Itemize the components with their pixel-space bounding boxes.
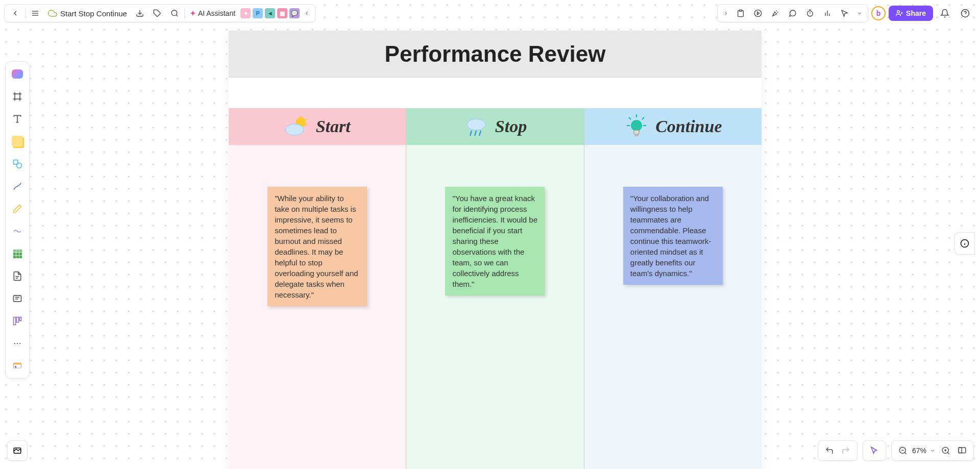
app-chip-2[interactable]: P <box>253 8 263 18</box>
text-tool[interactable] <box>9 111 26 127</box>
app-chip-5[interactable]: 💬 <box>289 8 300 18</box>
sticky-note-continue[interactable]: "Your collaboration and willingness to h… <box>623 187 723 285</box>
zoom-group: 67% <box>891 440 974 461</box>
menu-button[interactable] <box>27 6 44 21</box>
board-frame[interactable]: Performance Review Start "While your abi… <box>229 31 762 469</box>
card-tool[interactable] <box>9 290 26 307</box>
cursor-tool-button[interactable] <box>836 6 853 21</box>
column-continue-body[interactable]: "Your collaboration and willingness to h… <box>584 145 762 469</box>
frame-tool[interactable] <box>9 88 26 105</box>
undo-button[interactable] <box>821 442 838 459</box>
share-button[interactable]: Share <box>889 6 933 21</box>
chart-icon <box>823 9 831 17</box>
search-button[interactable] <box>166 6 183 21</box>
more-tools-button[interactable] <box>853 6 866 21</box>
column-stop-body[interactable]: "You have a great knack for identifying … <box>406 145 583 469</box>
ai-logo-icon: ✦ <box>190 9 196 17</box>
column-start[interactable]: Start "While your ability to take on mul… <box>229 108 406 469</box>
svg-point-18 <box>897 11 900 13</box>
download-button[interactable] <box>131 6 149 21</box>
zoom-in-button[interactable] <box>938 442 954 459</box>
dots-icon <box>13 339 22 348</box>
back-button[interactable] <box>7 6 24 21</box>
play-button[interactable] <box>749 6 767 21</box>
minimap-button[interactable] <box>954 442 970 459</box>
app-chip-4[interactable]: ▦ <box>277 8 287 18</box>
sticky-note-start[interactable]: "While your ability to take on multiple … <box>267 187 367 306</box>
table-tool[interactable] <box>9 245 26 262</box>
select-cursor-button[interactable] <box>866 442 883 459</box>
zoom-out-icon <box>898 446 908 455</box>
kanban-tool[interactable] <box>9 313 26 329</box>
chevron-left-icon <box>304 10 310 16</box>
clipboard-icon <box>737 9 745 17</box>
timer-button[interactable] <box>801 6 819 21</box>
document-name[interactable]: Start Stop Continue <box>44 9 131 18</box>
svg-marker-9 <box>757 12 760 14</box>
app-chip-3[interactable]: ◄ <box>265 8 275 18</box>
svg-rect-74 <box>959 448 962 453</box>
svg-line-6 <box>176 15 178 16</box>
svg-point-44 <box>15 366 16 367</box>
undo-redo-group <box>818 440 857 461</box>
zoom-percentage[interactable]: 67% <box>911 447 927 455</box>
more-tools[interactable] <box>9 335 26 352</box>
download-icon <box>136 9 144 17</box>
column-start-body[interactable]: "While your ability to take on multiple … <box>229 145 406 469</box>
document-icon <box>12 271 22 281</box>
zoom-dropdown[interactable] <box>927 442 938 459</box>
redo-icon <box>841 446 850 455</box>
column-continue-header: Continue <box>584 108 762 145</box>
collapse-chips-button[interactable] <box>301 6 313 21</box>
frame-icon <box>12 91 22 102</box>
expand-tools-button[interactable] <box>720 6 732 21</box>
sticky-tool[interactable] <box>9 133 26 150</box>
svg-rect-7 <box>739 10 742 11</box>
minimize-toolbar-button[interactable] <box>7 440 28 461</box>
clipboard-button[interactable] <box>732 6 749 21</box>
minimap-icon <box>958 446 967 455</box>
sticky-icon <box>12 136 23 147</box>
info-icon <box>960 239 969 248</box>
topbar-right: b Share <box>717 4 974 22</box>
column-continue[interactable]: Continue "Your collaboration and willing… <box>584 108 762 469</box>
sticky-note-stop[interactable]: "You have a great knack for identifying … <box>445 187 545 295</box>
presentation-tool[interactable] <box>9 358 26 374</box>
cursor-icon <box>841 9 849 17</box>
zoom-out-button[interactable] <box>895 442 911 459</box>
sticky-note-text: "You have a great knack for identifying … <box>452 194 537 288</box>
svg-line-11 <box>777 12 778 12</box>
celebrate-button[interactable] <box>767 6 784 21</box>
connector-tool[interactable] <box>9 178 26 194</box>
cloud-sync-icon <box>48 9 57 18</box>
svg-line-55 <box>470 131 472 136</box>
smart-draw-tool[interactable] <box>9 223 26 239</box>
separator <box>184 8 185 19</box>
app-chip-1[interactable]: ✦ <box>240 8 251 18</box>
ai-assistant-button[interactable]: ✦ AI Assistant <box>186 9 239 17</box>
svg-point-30 <box>16 163 21 168</box>
pen-tool[interactable] <box>9 201 26 217</box>
document-tool[interactable] <box>9 268 26 284</box>
notifications-button[interactable] <box>936 6 953 21</box>
kanban-icon <box>12 316 22 326</box>
comment-button[interactable] <box>784 6 801 21</box>
redo-button[interactable] <box>838 442 854 459</box>
sticky-note-text: "Your collaboration and willingness to h… <box>630 194 711 278</box>
cursor-mode-group <box>863 440 886 461</box>
zoom-in-icon <box>941 446 950 455</box>
info-panel-toggle[interactable] <box>954 232 975 255</box>
lightbulb-icon <box>624 114 649 139</box>
left-toolbar <box>5 61 30 379</box>
vote-button[interactable] <box>819 6 836 21</box>
top-bar: Start Stop Continue ✦ AI Assistant ✦ P ◄… <box>0 4 980 22</box>
templates-icon <box>12 69 23 79</box>
templates-tool[interactable] <box>9 66 26 82</box>
bottom-right-controls: 67% <box>818 440 974 461</box>
user-avatar[interactable]: b <box>871 6 886 20</box>
tag-button[interactable] <box>149 6 166 21</box>
person-plus-icon <box>896 10 903 17</box>
help-button[interactable] <box>957 6 974 21</box>
column-stop[interactable]: Stop "You have a great knack for identif… <box>406 108 584 469</box>
shapes-tool[interactable] <box>9 156 26 172</box>
